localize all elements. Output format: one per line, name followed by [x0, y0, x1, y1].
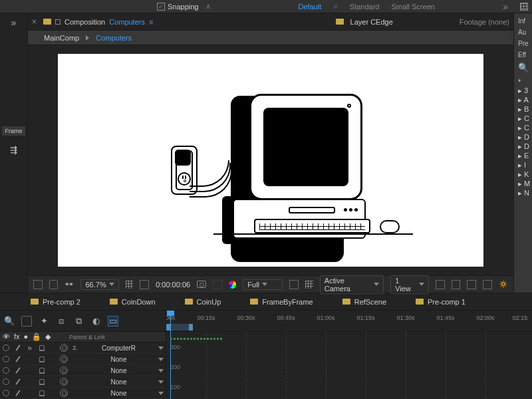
views-select[interactable]: 1 View [390, 275, 429, 294]
layer-row[interactable]: None [0, 354, 166, 365]
panel-grid-icon[interactable] [520, 3, 528, 11]
search-icon[interactable]: 🔍 [4, 316, 15, 327]
fx-badge: fx [28, 345, 32, 351]
pickwhip-icon[interactable] [60, 378, 68, 386]
snapping-menu-icon[interactable]: ⋏ [205, 2, 211, 11]
flow-item[interactable]: CoinDown [110, 298, 156, 306]
workspace-smallscreen[interactable]: Small Screen [391, 3, 434, 11]
crumb-root[interactable]: MainComp [44, 34, 79, 42]
show-last-icon[interactable] [213, 280, 222, 289]
time-ruler[interactable]: 00s00:15s00:30s00:45s01:00s01:15s01:30s0… [166, 311, 532, 332]
pixel-aspect-icon[interactable] [436, 280, 445, 289]
display-icon[interactable] [49, 280, 59, 289]
fast-preview-icon[interactable] [452, 280, 461, 289]
flowchart-icon[interactable] [483, 280, 492, 289]
timeline-tools: 🔍 ✦ ⧈ ⧉ ◐ ▭ [0, 311, 166, 332]
timeline-icon[interactable] [467, 280, 476, 289]
eye-icon[interactable] [3, 344, 9, 351]
layer-row[interactable]: None [0, 376, 166, 388]
exposure-icon[interactable]: 🔅 [499, 280, 508, 289]
transparency-grid-icon[interactable] [305, 281, 313, 289]
camera-select[interactable]: Active Camera [320, 275, 384, 294]
eye-icon[interactable] [3, 367, 9, 374]
close-tab-icon[interactable]: × [32, 17, 37, 27]
chevron-down-icon[interactable] [158, 392, 164, 395]
workspace-default[interactable]: Default [299, 3, 322, 11]
expand-panel-icon[interactable]: » [11, 17, 17, 28]
layer-name[interactable]: None [80, 390, 156, 397]
layer-row[interactable]: fx2.ComputerR [0, 342, 166, 354]
eye-icon[interactable] [3, 356, 9, 362]
composition-tab[interactable]: Composition Computers ≡ [43, 18, 153, 26]
ruler-tick: 02:00s [476, 315, 494, 321]
composition-viewer[interactable] [28, 45, 513, 275]
pickwhip-icon[interactable] [60, 366, 68, 374]
lock-icon [55, 19, 61, 25]
timeline-panel: 🔍 ✦ ⧈ ⧉ ◐ ▭ 👁 fx ● 🔒 ◆ Parent & Link fx2… [0, 310, 532, 399]
snapping-toggle[interactable]: ✓ Snapping ⋏ [157, 2, 211, 11]
eye-icon[interactable] [3, 390, 9, 396]
motion-blur-icon[interactable]: ◐ [90, 316, 101, 327]
flow-item[interactable]: Pre-comp 2 [31, 298, 80, 306]
graph-editor-icon[interactable]: ▭ [108, 316, 118, 327]
flow-item[interactable]: FrameByFrame [250, 298, 313, 306]
shy-icon[interactable]: ✦ [39, 316, 49, 327]
resolution-select[interactable]: Full [243, 279, 283, 290]
panel-info[interactable]: Inf [514, 17, 529, 25]
pickwhip-icon[interactable] [60, 344, 68, 352]
flow-item[interactable]: CoinUp [185, 298, 221, 306]
lock-icon[interactable] [39, 368, 45, 374]
chevron-down-icon[interactable] [158, 369, 164, 372]
ruler-tick: 01:15s [356, 315, 374, 321]
panel-preview[interactable]: Pre [514, 40, 532, 47]
timecode-display[interactable]: 0:00:00:06 [156, 281, 190, 289]
glasses-icon[interactable]: 👓 [65, 280, 74, 289]
lock-icon[interactable] [39, 356, 45, 362]
draft3d-icon[interactable]: ⧈ [56, 316, 66, 327]
solo-column-icon: ● [24, 332, 29, 341]
tab-menu-icon[interactable]: ≡ [149, 18, 153, 26]
lock-icon[interactable] [39, 379, 45, 385]
panel-effects[interactable]: Eff [514, 51, 530, 59]
panel-audio[interactable]: Au [514, 29, 530, 36]
layer-row[interactable]: None [0, 365, 166, 376]
safe-zones-icon[interactable] [140, 280, 149, 289]
layer-tab[interactable]: Layer CEdge [350, 18, 393, 26]
eye-icon[interactable] [3, 378, 9, 385]
workspace-standard[interactable]: Standard [350, 3, 380, 11]
hierarchy-icon[interactable]: ⇶ [10, 145, 17, 155]
chevron-down-icon[interactable] [158, 358, 164, 361]
alpha-icon[interactable] [33, 280, 43, 289]
snapshot-icon[interactable] [197, 281, 206, 288]
parent-link-header: Parent & Link [66, 334, 166, 340]
crumb-current[interactable]: Computers [96, 34, 132, 42]
flow-item[interactable]: RefScene [342, 298, 386, 306]
label-column-icon: ◆ [45, 332, 51, 341]
pickwhip-icon[interactable] [60, 355, 68, 363]
layer-name[interactable]: None [80, 378, 156, 386]
footage-tab[interactable]: Footage (none) [460, 18, 509, 26]
lock-icon[interactable] [39, 345, 45, 351]
grid-toggle-icon[interactable] [126, 281, 134, 289]
chevron-down-icon[interactable] [158, 380, 164, 384]
frame-panel-tab[interactable]: Frame [2, 126, 25, 136]
chevron-down-icon[interactable] [158, 346, 164, 350]
layer-row[interactable]: None [0, 388, 166, 399]
work-area-end-handle[interactable] [189, 324, 193, 331]
overflow-icon[interactable]: » [503, 1, 508, 12]
frame-blend-icon[interactable]: ⧉ [73, 316, 84, 327]
layer-name[interactable]: None [80, 356, 156, 363]
zoom-select[interactable]: 66.7% [80, 279, 118, 290]
layer-name[interactable]: None [80, 367, 156, 374]
channels-icon[interactable] [229, 281, 237, 289]
flow-item[interactable]: Pre-comp 1 [416, 298, 466, 306]
layer-name[interactable]: ComputerR [80, 344, 156, 352]
comp-mini-icon[interactable] [21, 316, 32, 327]
region-icon[interactable] [289, 280, 299, 289]
pickwhip-icon[interactable] [60, 389, 68, 397]
tab-comp-name: Computers [109, 18, 145, 26]
search-icon[interactable]: 🔍 [514, 63, 532, 72]
timeline-graph[interactable]: 00s00:15s00:30s00:45s01:00s01:15s01:30s0… [166, 311, 532, 399]
lock-icon[interactable] [39, 390, 45, 396]
axis-label: 200 [170, 364, 180, 370]
